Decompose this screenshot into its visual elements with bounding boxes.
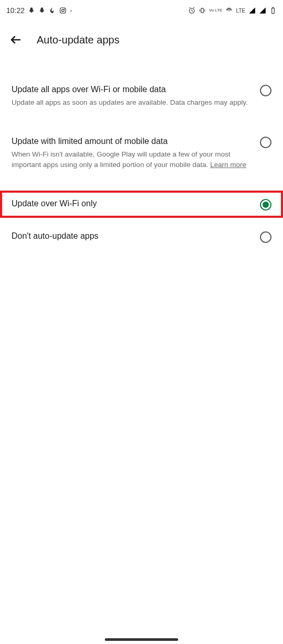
tinder-icon [49, 7, 56, 14]
instagram-icon [59, 7, 67, 14]
svg-rect-4 [201, 8, 203, 13]
radio-update-all[interactable] [260, 85, 271, 96]
status-left: 10:22 · [6, 5, 72, 16]
page-title: Auto-update apps [37, 34, 119, 46]
status-right: Vo LTE LTE [188, 7, 277, 14]
status-bar: 10:22 · Vo LTE LTE [0, 0, 283, 21]
learn-more-link[interactable]: Learn more [210, 161, 246, 169]
signal-icon-1 [248, 7, 256, 14]
app-bar: Auto-update apps [0, 26, 283, 53]
radio-limited-data[interactable] [260, 137, 271, 148]
svg-rect-6 [272, 8, 275, 13]
option-title: Update over Wi-Fi only [12, 198, 249, 209]
home-indicator[interactable] [105, 638, 178, 641]
volte-label: Vo LTE [209, 8, 223, 13]
option-content: Don't auto-update apps [12, 230, 249, 242]
snapchat-icon [28, 7, 35, 14]
status-time: 10:22 [6, 6, 25, 15]
option-description: Update all apps as soon as updates are a… [12, 97, 249, 108]
option-content: Update over Wi-Fi only [12, 198, 249, 209]
option-title: Update all apps over Wi-Fi or mobile dat… [12, 84, 249, 95]
vibrate-icon [199, 7, 206, 14]
alarm-icon [188, 7, 195, 14]
back-icon[interactable] [9, 34, 22, 46]
option-update-all[interactable]: Update all apps over Wi-Fi or mobile dat… [0, 76, 283, 116]
svg-point-5 [229, 10, 230, 11]
option-title: Don't auto-update apps [12, 230, 249, 242]
options-list: Update all apps over Wi-Fi or mobile dat… [0, 53, 283, 250]
radio-dont-update[interactable] [260, 231, 271, 243]
signal-icon-2 [259, 7, 266, 14]
battery-icon [269, 7, 277, 14]
svg-point-2 [64, 8, 65, 9]
svg-rect-0 [60, 8, 66, 14]
lte-label: LTE [236, 8, 245, 14]
option-dont-update[interactable]: Don't auto-update apps [0, 223, 283, 250]
notification-dot: · [70, 5, 72, 16]
hotspot-icon [225, 7, 233, 14]
snapchat-icon-2 [38, 7, 46, 14]
radio-wifi-only[interactable] [260, 199, 271, 210]
option-description: When Wi-Fi isn't available, Google Play … [12, 149, 249, 171]
option-title: Update with limited amount of mobile dat… [12, 136, 249, 147]
option-limited-data[interactable]: Update with limited amount of mobile dat… [0, 128, 283, 178]
option-content: Update all apps over Wi-Fi or mobile dat… [12, 84, 249, 108]
option-content: Update with limited amount of mobile dat… [12, 136, 249, 171]
svg-rect-7 [273, 7, 274, 8]
svg-point-1 [62, 9, 64, 12]
option-wifi-only[interactable]: Update over Wi-Fi only [0, 191, 283, 218]
